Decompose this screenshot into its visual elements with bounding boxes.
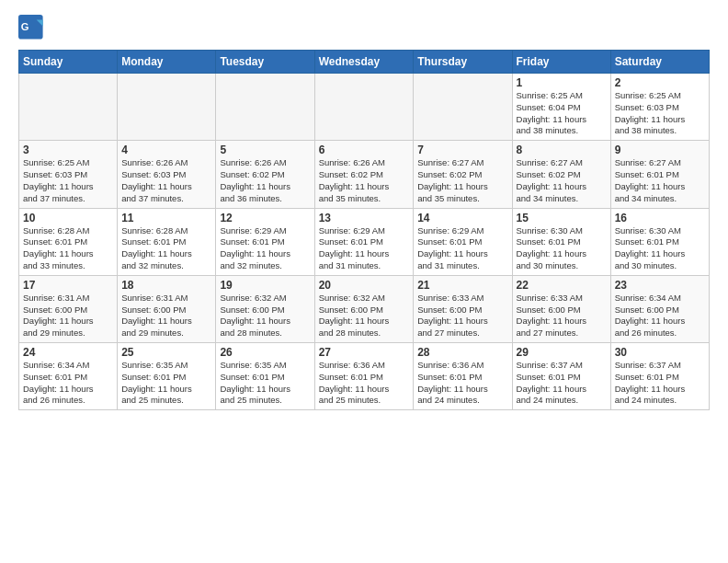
week-row-3: 10Sunrise: 6:28 AMSunset: 6:01 PMDayligh…	[19, 208, 710, 275]
day-info: Sunrise: 6:28 AMSunset: 6:01 PMDaylight:…	[23, 225, 113, 272]
day-info-line: Sunrise: 6:36 AM	[319, 360, 385, 370]
day-number: 3	[23, 144, 113, 156]
day-info-line: Daylight: 11 hours	[23, 316, 94, 326]
day-info: Sunrise: 6:32 AMSunset: 6:00 PMDaylight:…	[319, 293, 410, 339]
day-info-line: and 34 minutes.	[615, 193, 677, 203]
calendar-cell: 25Sunrise: 6:35 AMSunset: 6:01 PMDayligh…	[118, 343, 216, 410]
day-info-line: Sunset: 6:01 PM	[517, 236, 581, 247]
calendar-cell: 15Sunrise: 6:30 AMSunset: 6:01 PMDayligh…	[512, 208, 610, 275]
day-info-line: Sunset: 6:02 PM	[220, 169, 284, 179]
day-info-line: and 24 minutes.	[615, 395, 677, 405]
day-info-line: Sunrise: 6:25 AM	[517, 90, 583, 100]
day-info-line: Sunset: 6:00 PM	[615, 304, 679, 315]
day-info-line: Daylight: 11 hours	[615, 316, 686, 326]
day-info: Sunrise: 6:33 AMSunset: 6:00 PMDaylight:…	[517, 293, 607, 339]
weekday-header-friday: Friday	[512, 51, 610, 74]
day-info-line: Sunrise: 6:29 AM	[417, 225, 483, 236]
day-info: Sunrise: 6:35 AMSunset: 6:01 PMDaylight:…	[220, 360, 310, 407]
weekday-header-saturday: Saturday	[610, 51, 709, 74]
day-info-line: Sunrise: 6:35 AM	[220, 360, 286, 370]
day-info-line: Sunrise: 6:31 AM	[121, 293, 188, 303]
day-info-line: Sunrise: 6:29 AM	[220, 225, 286, 236]
day-number: 6	[319, 144, 410, 156]
day-info-line: Sunrise: 6:26 AM	[220, 157, 286, 167]
page-header: G	[18, 15, 710, 40]
calendar-cell: 21Sunrise: 6:33 AMSunset: 6:00 PMDayligh…	[414, 275, 512, 342]
logo: G	[18, 15, 48, 40]
day-info-line: and 37 minutes.	[23, 193, 85, 203]
day-info-line: Daylight: 11 hours	[517, 384, 587, 394]
day-info: Sunrise: 6:37 AMSunset: 6:01 PMDaylight:…	[517, 360, 607, 407]
day-info-line: and 29 minutes.	[23, 327, 85, 338]
day-info-line: Sunrise: 6:35 AM	[121, 360, 188, 370]
day-info-line: and 35 minutes.	[417, 193, 480, 203]
day-number: 20	[319, 279, 410, 292]
day-info-line: Daylight: 11 hours	[23, 248, 94, 259]
day-info-line: Daylight: 11 hours	[220, 384, 290, 394]
weekday-header-row: SundayMondayTuesdayWednesdayThursdayFrid…	[19, 51, 710, 74]
day-number: 16	[615, 212, 705, 224]
day-info-line: Sunset: 6:01 PM	[517, 372, 581, 382]
calendar-cell: 19Sunrise: 6:32 AMSunset: 6:00 PMDayligh…	[216, 275, 314, 342]
day-info-line: Sunset: 6:03 PM	[23, 169, 87, 179]
calendar-cell: 4Sunrise: 6:26 AMSunset: 6:03 PMDaylight…	[118, 141, 216, 208]
calendar-cell: 12Sunrise: 6:29 AMSunset: 6:01 PMDayligh…	[216, 208, 314, 275]
day-info: Sunrise: 6:34 AMSunset: 6:01 PMDaylight:…	[23, 360, 113, 407]
calendar-cell: 28Sunrise: 6:36 AMSunset: 6:01 PMDayligh…	[414, 343, 512, 410]
day-info-line: and 27 minutes.	[517, 327, 579, 338]
day-number: 2	[615, 76, 705, 89]
day-info: Sunrise: 6:29 AMSunset: 6:01 PMDaylight:…	[319, 225, 410, 272]
day-number: 8	[517, 144, 607, 156]
day-info-line: Daylight: 11 hours	[121, 384, 192, 394]
day-number: 30	[615, 346, 705, 359]
calendar-cell: 6Sunrise: 6:26 AMSunset: 6:02 PMDaylight…	[314, 141, 414, 208]
day-info: Sunrise: 6:27 AMSunset: 6:02 PMDaylight:…	[517, 157, 607, 204]
logo-icon: G	[18, 15, 44, 40]
calendar-cell	[216, 74, 314, 141]
day-info-line: Daylight: 11 hours	[121, 181, 192, 191]
day-info-line: and 38 minutes.	[517, 125, 579, 135]
day-info-line: and 27 minutes.	[417, 327, 480, 338]
day-number: 15	[517, 212, 607, 224]
day-info-line: Sunset: 6:00 PM	[517, 304, 581, 315]
day-info-line: Daylight: 11 hours	[121, 316, 192, 326]
calendar-cell: 3Sunrise: 6:25 AMSunset: 6:03 PMDaylight…	[19, 141, 118, 208]
day-info-line: and 25 minutes.	[220, 395, 282, 405]
day-info: Sunrise: 6:26 AMSunset: 6:03 PMDaylight:…	[121, 157, 211, 204]
day-info-line: Sunset: 6:02 PM	[319, 169, 383, 179]
day-info-line: and 35 minutes.	[319, 193, 381, 203]
day-info-line: Daylight: 11 hours	[615, 114, 686, 124]
day-info-line: Sunrise: 6:32 AM	[220, 293, 286, 303]
weekday-header-thursday: Thursday	[414, 51, 512, 74]
week-row-2: 3Sunrise: 6:25 AMSunset: 6:03 PMDaylight…	[19, 141, 710, 208]
calendar-cell: 27Sunrise: 6:36 AMSunset: 6:01 PMDayligh…	[314, 343, 414, 410]
day-info-line: Daylight: 11 hours	[220, 316, 290, 326]
day-info-line: Daylight: 11 hours	[417, 384, 488, 394]
day-info: Sunrise: 6:29 AMSunset: 6:01 PMDaylight:…	[417, 225, 507, 272]
day-info-line: Daylight: 11 hours	[319, 384, 390, 394]
day-info: Sunrise: 6:26 AMSunset: 6:02 PMDaylight:…	[220, 157, 310, 204]
day-info-line: Sunrise: 6:26 AM	[319, 157, 385, 167]
day-info: Sunrise: 6:36 AMSunset: 6:01 PMDaylight:…	[417, 360, 507, 407]
day-info-line: and 28 minutes.	[319, 327, 381, 338]
weekday-header-wednesday: Wednesday	[314, 51, 414, 74]
day-info-line: Sunset: 6:01 PM	[615, 372, 679, 382]
day-number: 9	[615, 144, 705, 156]
day-info-line: Sunrise: 6:26 AM	[121, 157, 188, 167]
day-info-line: Sunrise: 6:28 AM	[121, 225, 188, 236]
day-info-line: Sunset: 6:00 PM	[23, 304, 87, 315]
day-info-line: Daylight: 11 hours	[615, 384, 686, 394]
day-info-line: and 25 minutes.	[319, 395, 381, 405]
day-info: Sunrise: 6:35 AMSunset: 6:01 PMDaylight:…	[121, 360, 211, 407]
day-info: Sunrise: 6:37 AMSunset: 6:01 PMDaylight:…	[615, 360, 705, 407]
calendar-cell: 13Sunrise: 6:29 AMSunset: 6:01 PMDayligh…	[314, 208, 414, 275]
day-number: 28	[417, 346, 507, 359]
week-row-5: 24Sunrise: 6:34 AMSunset: 6:01 PMDayligh…	[19, 343, 710, 410]
day-info-line: Sunset: 6:00 PM	[417, 304, 482, 315]
day-info: Sunrise: 6:34 AMSunset: 6:00 PMDaylight:…	[615, 293, 705, 339]
calendar-cell: 16Sunrise: 6:30 AMSunset: 6:01 PMDayligh…	[610, 208, 709, 275]
day-number: 12	[220, 212, 310, 224]
calendar-cell: 5Sunrise: 6:26 AMSunset: 6:02 PMDaylight…	[216, 141, 314, 208]
day-info-line: Sunrise: 6:25 AM	[23, 157, 89, 167]
day-info-line: and 24 minutes.	[517, 395, 579, 405]
